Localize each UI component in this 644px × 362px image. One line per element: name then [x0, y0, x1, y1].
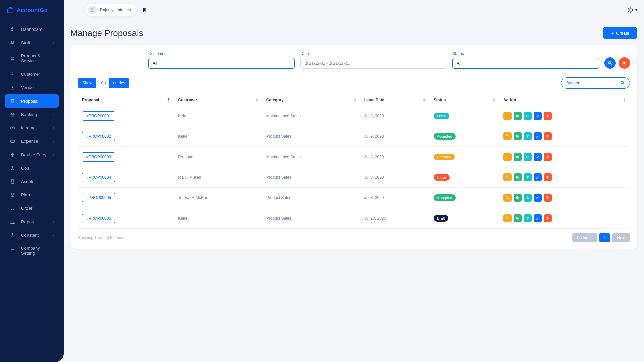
row-actions [503, 132, 626, 140]
sidebar-item-dashboard[interactable]: Dashboard [5, 22, 59, 36]
duplicate-button[interactable] [514, 194, 522, 202]
delete-button[interactable] [544, 112, 552, 120]
col-action[interactable]: Action▲▼ [499, 94, 630, 106]
delete-button[interactable] [544, 132, 552, 140]
language-icon[interactable] [627, 7, 633, 13]
filter-date: Date [300, 51, 447, 69]
proposal-link[interactable]: #PROP00002 [82, 132, 115, 141]
table-row: #PROP00001KeireMaintenance SalesJul 8, 2… [78, 106, 630, 126]
sidebar-item-order[interactable]: Order [5, 201, 59, 215]
edit-button[interactable] [534, 214, 542, 222]
filter-customer-input[interactable] [148, 58, 295, 69]
status-badge: Draft [434, 215, 448, 222]
create-button[interactable]: Create [603, 27, 637, 39]
page-1[interactable]: 1 [599, 233, 611, 242]
target-icon [10, 165, 15, 171]
search-icon [620, 81, 625, 85]
filter-reset-button[interactable] [619, 57, 630, 69]
convert-button[interactable] [503, 112, 512, 120]
svg-point-13 [12, 181, 12, 182]
convert-button[interactable] [503, 214, 512, 222]
col-issue-date[interactable]: Issue Date▲▼ [360, 94, 430, 106]
convert-button[interactable] [503, 173, 512, 181]
col-customer[interactable]: Customer▲▼ [174, 94, 262, 106]
view-button[interactable] [524, 173, 532, 181]
proposal-link[interactable]: #PROP00001 [82, 111, 115, 121]
duplicate-button[interactable] [514, 153, 522, 161]
bookmark-icon[interactable] [142, 7, 147, 13]
filter-status-input[interactable] [452, 58, 599, 69]
proposal-link[interactable]: #PROP00005 [82, 193, 115, 202]
sidebar-toggle[interactable] [70, 8, 76, 12]
col-category[interactable]: Category▲▼ [262, 94, 360, 106]
delete-button[interactable] [544, 214, 552, 222]
edit-button[interactable] [534, 153, 542, 161]
sidebar-item-customer[interactable]: Customer [5, 67, 59, 81]
proposal-link[interactable]: #PROP00006 [82, 214, 115, 223]
page-prev[interactable]: Previous [572, 233, 597, 242]
sidebar-item-product-and-service[interactable]: Product & Service [5, 49, 59, 67]
duplicate-button[interactable] [514, 214, 522, 222]
duplicate-button[interactable] [514, 112, 522, 120]
sidebar-item-vendor[interactable]: Vendor [5, 81, 59, 94]
main-content: Manage Proposals Create Customer Date St… [64, 27, 644, 259]
sidebar-item-staff[interactable]: Staff› [5, 36, 59, 49]
edit-button[interactable] [534, 173, 542, 181]
proposal-link[interactable]: #PROP00003 [82, 152, 115, 162]
cell-customer: Protiong [174, 147, 262, 167]
delete-button[interactable] [544, 173, 552, 181]
delete-button[interactable] [544, 153, 552, 161]
convert-button[interactable] [503, 153, 512, 161]
filter-date-input[interactable] [300, 58, 447, 69]
cell-date: Jul 8, 2020 [360, 106, 430, 126]
col-proposal[interactable]: Proposal▲▼ [78, 94, 174, 106]
proposal-link[interactable]: #PROP00004 [82, 173, 115, 182]
convert-button[interactable] [503, 132, 512, 140]
sidebar-item-goal[interactable]: Goal [5, 161, 59, 175]
cart-icon [10, 205, 15, 211]
cell-date: Jul 9, 2020 [360, 126, 430, 147]
sidebar-item-income[interactable]: Income› [5, 121, 59, 134]
page-size-selector[interactable]: Show 10 ▾ entries [78, 78, 129, 88]
sidebar-item-label: Expense [21, 139, 38, 144]
company-selector[interactable]: Rajodiya Infotech [86, 4, 137, 16]
search-input[interactable]: Search: [561, 77, 630, 89]
convert-button[interactable] [503, 194, 512, 202]
view-button[interactable] [524, 132, 532, 140]
brand-logo[interactable]: AccountGo [0, 0, 64, 21]
sidebar-item-company-setting[interactable]: Company Setting [5, 242, 59, 259]
page-size-value[interactable]: 10 ▾ [96, 78, 109, 88]
view-button[interactable] [524, 194, 532, 202]
page-title: Manage Proposals [70, 28, 143, 38]
view-button[interactable] [524, 112, 532, 120]
col-status[interactable]: Status▲▼ [430, 94, 499, 106]
cell-category: Product Sales [262, 126, 360, 147]
brand-name: AccountGo [17, 7, 48, 14]
view-button[interactable] [524, 214, 532, 222]
edit-button[interactable] [534, 194, 542, 202]
sidebar-item-banking[interactable]: Banking› [5, 108, 59, 121]
table-row: #PROP00004Ida F. MullenProduct SalesJul … [78, 167, 630, 188]
cell-category: Maintenance Sales [262, 147, 360, 167]
page-next[interactable]: Next [612, 233, 630, 242]
duplicate-button[interactable] [514, 173, 522, 181]
view-button[interactable] [524, 153, 532, 161]
sidebar-item-proposal[interactable]: Proposal [5, 94, 59, 108]
edit-button[interactable] [534, 112, 542, 120]
fire-icon [10, 26, 15, 32]
edit-button[interactable] [534, 132, 542, 140]
sidebar-item-double-entry[interactable]: Double Entry› [5, 148, 59, 161]
cell-customer: Teresa R McRae [174, 188, 262, 208]
sidebar-item-expense[interactable]: Expense› [5, 134, 59, 148]
duplicate-button[interactable] [514, 132, 522, 140]
svg-point-16 [91, 8, 93, 10]
delete-button[interactable] [544, 194, 552, 202]
filter-search-button[interactable] [604, 57, 616, 69]
cell-date: Jul 10, 2020 [360, 208, 430, 229]
sidebar-item-constant[interactable]: Constant› [5, 228, 59, 242]
sidebar-item-report[interactable]: Report› [5, 215, 59, 228]
chevron-down-icon[interactable]: ▾ [635, 8, 637, 12]
sidebar-item-plan[interactable]: Plan [5, 188, 59, 201]
sidebar-item-label: Banking [21, 112, 37, 117]
sidebar-item-assets[interactable]: Assets [5, 175, 59, 188]
